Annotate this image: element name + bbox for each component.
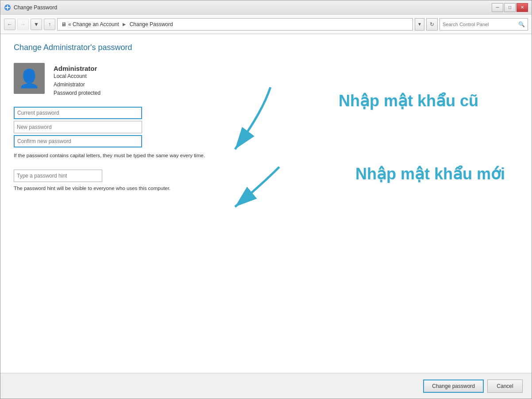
account-detail1: Local Account <box>54 72 100 81</box>
title-bar: Change Password ─ □ ✕ <box>0 0 532 15</box>
content-area: Change Administrator's password 👤 Admini… <box>0 34 532 373</box>
search-box: 🔍 <box>439 18 528 31</box>
window-title: Change Password <box>14 4 57 11</box>
address-bar: ← → ▼ ↑ 🖥 « Change an Account ► Change P… <box>0 15 532 34</box>
avatar-icon: 👤 <box>18 70 40 87</box>
refresh-button[interactable]: ↻ <box>426 18 438 31</box>
account-name: Administrator <box>54 65 100 72</box>
path-separator: ► <box>122 21 127 27</box>
account-detail3: Password protected <box>54 89 100 97</box>
path-icon: 🖥 <box>61 21 66 27</box>
bottom-bar: Change password Cancel <box>0 373 532 399</box>
hint-input[interactable] <box>14 170 102 182</box>
hint-info-text: The password hint will be visible to eve… <box>14 185 279 192</box>
page-title: Change Administrator's password <box>14 43 518 52</box>
title-bar-left: Change Password <box>4 4 57 11</box>
new-password-group <box>14 121 518 133</box>
confirm-password-input[interactable] <box>14 135 142 147</box>
main-window: Change Password ─ □ ✕ ← → ▼ ↑ 🖥 « Change… <box>0 0 532 399</box>
svg-rect-2 <box>7 5 8 10</box>
window-icon <box>4 4 11 11</box>
confirm-password-group <box>14 135 518 147</box>
fields-section <box>14 107 518 147</box>
path-part2: Change Password <box>130 21 173 27</box>
up-button[interactable]: ↑ <box>44 19 55 30</box>
maximize-button[interactable]: □ <box>504 3 516 12</box>
account-detail2: Administrator <box>54 81 100 89</box>
content-inner: Change Administrator's password 👤 Admini… <box>0 34 532 373</box>
dropdown-arrow-button[interactable]: ▼ <box>31 19 42 30</box>
current-password-input[interactable] <box>14 107 142 119</box>
current-password-group <box>14 107 518 119</box>
close-button[interactable]: ✕ <box>517 3 528 12</box>
search-input[interactable] <box>443 22 517 27</box>
address-path[interactable]: 🖥 « Change an Account ► Change Password <box>57 18 413 31</box>
forward-button[interactable]: → <box>17 19 29 30</box>
new-password-input[interactable] <box>14 121 142 133</box>
avatar: 👤 <box>14 63 45 94</box>
cancel-button[interactable]: Cancel <box>487 380 523 393</box>
path-dropdown-button[interactable]: ▼ <box>415 18 424 31</box>
account-info: Administrator Local Account Administrato… <box>54 63 100 98</box>
back-button[interactable]: ← <box>4 19 15 30</box>
change-password-button[interactable]: Change password <box>423 380 484 393</box>
password-info-text: If the password contains capital letters… <box>14 152 324 159</box>
path-part1: « Change an Account <box>68 21 119 27</box>
account-section: 👤 Administrator Local Account Administra… <box>14 63 518 98</box>
minimize-button[interactable]: ─ <box>492 3 503 12</box>
title-bar-buttons: ─ □ ✕ <box>492 3 528 12</box>
search-icon[interactable]: 🔍 <box>518 21 525 27</box>
